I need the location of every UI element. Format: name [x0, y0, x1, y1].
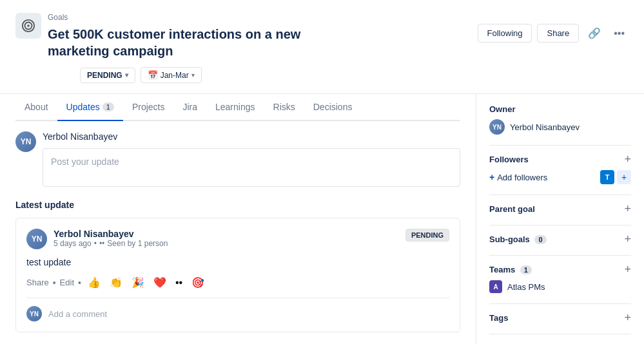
- owner-avatar: YN: [489, 119, 505, 135]
- follower-icons: T +: [600, 170, 631, 184]
- following-button[interactable]: Following: [478, 24, 532, 43]
- add-followers-button[interactable]: + Add followers: [489, 172, 547, 182]
- owner-name: Yerbol Nisanbayev: [510, 122, 580, 132]
- latest-update-section: Latest update YN Yerbol Nisanbayev 5 day…: [15, 200, 460, 332]
- quarter-dropdown[interactable]: 📅 Jan-Mar ▾: [141, 67, 202, 83]
- tags-section: Tags +: [489, 312, 631, 323]
- update-text: test update: [26, 257, 449, 267]
- update-author-avatar: YN: [26, 229, 47, 249]
- tab-jira[interactable]: Jira: [173, 94, 206, 121]
- update-status-badge: PENDING: [405, 229, 449, 242]
- status-label: PENDING: [87, 71, 122, 80]
- tab-risks[interactable]: Risks: [264, 94, 304, 121]
- more-emoji[interactable]: ••: [173, 276, 185, 290]
- add-followers-label: Add followers: [497, 173, 547, 182]
- tab-projects[interactable]: Projects: [123, 94, 174, 121]
- add-parent-goal-button[interactable]: +: [624, 203, 631, 215]
- current-user-avatar: YN: [15, 131, 36, 152]
- tab-learnings[interactable]: Learnings: [206, 94, 264, 121]
- divider-1: [489, 145, 631, 146]
- thumbs-up-emoji[interactable]: 👍: [85, 275, 103, 290]
- add-followers-plus-button[interactable]: +: [624, 153, 631, 165]
- current-user-name: Yerbol Nisanbayev: [43, 131, 117, 142]
- quarter-chevron-icon: ▾: [191, 72, 195, 79]
- sub-goals-count: 0: [534, 235, 546, 244]
- sub-goals-title: Sub-goals 0: [489, 234, 547, 244]
- comment-user-avatar: YN: [26, 306, 42, 321]
- add-follower-icon: +: [617, 170, 631, 184]
- updates-badge: 1: [102, 102, 114, 111]
- update-actions: Share • Edit • 👍 👏 🎉 ❤️ •• 🎯: [26, 275, 449, 290]
- update-input-area: YN Yerbol Nisanbayev Post your update: [15, 131, 460, 187]
- update-card: YN Yerbol Nisanbayev 5 days ago • •• See…: [15, 218, 460, 332]
- teams-count: 1: [520, 265, 532, 274]
- teams-title: Teams 1: [489, 265, 532, 274]
- owner-section: Owner YN Yerbol Nisanbayev: [489, 104, 631, 135]
- status-dropdown[interactable]: PENDING ▾: [80, 68, 135, 83]
- divider-4: [489, 255, 631, 256]
- calendar-icon: 📅: [148, 70, 158, 80]
- team-name: Atlas PMs: [507, 282, 545, 292]
- goal-icon: [15, 13, 41, 39]
- share-action[interactable]: Share: [26, 278, 49, 287]
- tab-updates[interactable]: Updates 1: [57, 94, 123, 121]
- comment-input[interactable]: Add a comment: [48, 309, 107, 319]
- breadcrumb: Goals: [48, 13, 68, 22]
- update-placeholder: Post your update: [51, 157, 119, 167]
- team-icon: A: [489, 280, 502, 293]
- party-emoji[interactable]: 🎉: [129, 275, 147, 290]
- heart-emoji[interactable]: ❤️: [151, 275, 169, 290]
- share-button[interactable]: Share: [537, 24, 579, 43]
- page-title: Get 500K customer interactions on a new …: [48, 26, 318, 59]
- divider-6: [489, 334, 631, 334]
- comment-divider: [26, 298, 449, 298]
- divider-5: [489, 303, 631, 304]
- parent-goal-section: Parent goal +: [489, 203, 631, 215]
- clap-emoji[interactable]: 👏: [107, 275, 125, 290]
- add-sub-goal-button[interactable]: +: [624, 233, 631, 245]
- add-team-button[interactable]: +: [624, 263, 631, 275]
- target-emoji[interactable]: 🎯: [189, 275, 207, 290]
- owner-title: Owner: [489, 104, 515, 114]
- more-options-button[interactable]: •••: [610, 24, 629, 43]
- latest-update-title: Latest update: [15, 200, 460, 210]
- edit-action[interactable]: Edit: [60, 278, 74, 287]
- ms-teams-icon: T: [600, 170, 614, 184]
- divider-2: [489, 195, 631, 195]
- update-meta: 5 days ago • •• Seen by 1 person: [54, 239, 168, 248]
- divider-3: [489, 225, 631, 225]
- update-input[interactable]: Post your update: [43, 148, 460, 187]
- svg-point-2: [27, 24, 30, 27]
- parent-goal-title: Parent goal: [489, 204, 535, 214]
- update-author-name: Yerbol Nisanbayev: [54, 229, 168, 239]
- quarter-label: Jan-Mar: [161, 71, 189, 80]
- tab-decisions[interactable]: Decisions: [304, 94, 362, 121]
- tags-title: Tags: [489, 313, 508, 323]
- teams-section: Teams 1 + A Atlas PMs: [489, 263, 631, 293]
- comment-area: YN Add a comment: [26, 306, 449, 321]
- team-row: A Atlas PMs: [489, 280, 631, 293]
- add-tag-button[interactable]: +: [624, 312, 631, 323]
- sub-goals-section: Sub-goals 0 +: [489, 233, 631, 245]
- followers-title: Followers: [489, 155, 529, 164]
- tab-about[interactable]: About: [15, 94, 57, 121]
- followers-section: Followers + + Add followers T +: [489, 153, 631, 184]
- status-chevron-icon: ▾: [125, 72, 128, 79]
- link-icon[interactable]: 🔗: [584, 23, 605, 43]
- tab-bar: About Updates 1 Projects Jira Learnings …: [15, 94, 460, 121]
